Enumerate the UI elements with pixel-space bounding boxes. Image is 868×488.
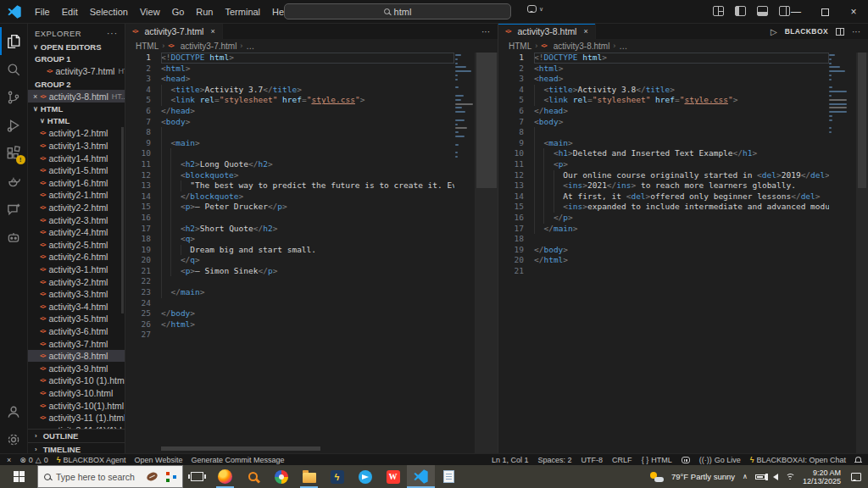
go-live-button[interactable]: ((·)) Go Live — [699, 456, 741, 464]
menu-selection[interactable]: Selection — [84, 4, 134, 19]
open-editor-item[interactable]: <> activity3-7.html HT... — [28, 65, 125, 78]
code-line[interactable]: 19</body> — [498, 245, 829, 256]
explorer-icon[interactable] — [0, 27, 28, 55]
code-line[interactable]: 25</body> — [125, 308, 454, 319]
editor-more-actions[interactable]: ··· — [852, 27, 860, 36]
sidebar-more-actions[interactable]: ··· — [107, 29, 118, 38]
timeline-section[interactable]: › TIMELINE — [28, 442, 125, 453]
file-item[interactable]: <>activity1-4.html — [28, 152, 125, 164]
settings-gear-icon[interactable] — [0, 425, 28, 453]
copilot-icon[interactable] — [682, 457, 690, 463]
indentation[interactable]: Spaces: 2 — [538, 456, 572, 464]
scrollbar-slider[interactable] — [858, 53, 866, 188]
code-line[interactable]: 4 <title>Activity 3.8</title> — [498, 85, 829, 96]
minimap[interactable] — [455, 54, 475, 164]
code-line[interactable]: 12 Our online course originally started … — [498, 170, 829, 181]
file-item[interactable]: <>activity2-2.html — [28, 202, 125, 214]
code-line[interactable]: 10 — [125, 148, 454, 159]
vertical-scrollbar[interactable] — [856, 53, 868, 453]
code-line[interactable]: 1<!DOCTYPE html> — [125, 53, 454, 64]
code-line[interactable]: 20 </q> — [125, 255, 454, 266]
vertical-scrollbar[interactable] — [475, 53, 498, 453]
taskbar-app-wps[interactable]: W — [379, 465, 407, 488]
customize-layout-icon[interactable] — [713, 6, 724, 16]
folder-sub-html[interactable]: ∨ HTML — [28, 115, 125, 128]
code-line[interactable]: 16 </p> — [498, 213, 829, 224]
remote-indicator[interactable]: × — [7, 456, 11, 464]
file-item[interactable]: <>activity3-3.html — [28, 288, 125, 301]
search-icon[interactable] — [0, 55, 28, 83]
code-line[interactable]: 1<!DOCTYPE html> — [498, 53, 829, 64]
file-item[interactable]: <>activity2-5.html — [28, 239, 125, 252]
code-line[interactable]: 13 <ins>2021</ins> to reach more learner… — [498, 180, 829, 191]
run-button[interactable]: ▷ — [771, 27, 777, 36]
file-item[interactable]: <>activity3-7.html — [28, 337, 125, 350]
close-icon[interactable]: × — [210, 27, 214, 36]
close-icon[interactable]: × — [33, 92, 37, 101]
sidebar-scrollbar[interactable] — [121, 127, 124, 313]
file-item[interactable]: <>activity1-6.html — [28, 177, 125, 190]
code-line[interactable]: 7<body> — [125, 117, 454, 128]
start-button[interactable] — [0, 465, 37, 488]
task-view-button[interactable] — [183, 465, 211, 488]
taskbar-app-notepad[interactable] — [435, 465, 463, 488]
file-item[interactable]: <>activity3-10 (1).html — [28, 374, 125, 387]
problems-indicator[interactable]: ⊗0 △0 — [19, 456, 48, 464]
menu-terminal[interactable]: Terminal — [220, 4, 267, 19]
code-line[interactable]: 7<body> — [498, 117, 829, 128]
code-line[interactable]: 5 <link rel="stylesheet" href="style.css… — [125, 95, 454, 106]
file-item[interactable]: <>activity2-3.html — [28, 214, 125, 226]
taskbar-app-flow[interactable]: ϟ — [323, 465, 351, 488]
code-line[interactable]: 18 <q> — [125, 234, 454, 245]
blackbox-lamp-icon[interactable] — [0, 167, 28, 195]
menu-view[interactable]: View — [134, 4, 166, 19]
eol-sequence[interactable]: CRLF — [612, 456, 632, 464]
file-item[interactable]: <>activity3-4.html — [28, 300, 125, 313]
code-line[interactable]: 23 </main> — [125, 287, 454, 298]
clock[interactable]: 9:20 AM 12/13/2025 — [803, 469, 841, 485]
chat-sparkle-icon[interactable] — [0, 195, 28, 223]
taskbar-app-paint[interactable] — [267, 465, 295, 488]
scrollbar-slider[interactable] — [476, 53, 497, 188]
code-line[interactable]: 11 <h2>Long Quote</h2> — [125, 159, 454, 170]
blackbox-agent-button[interactable]: ϟ BLACKBOX Agent — [57, 456, 126, 464]
blackbox-chat-button[interactable]: ϟ BLACKBOXAI: Open Chat — [750, 456, 846, 464]
code-line[interactable]: 3<head> — [498, 74, 829, 85]
copilot-chat-button[interactable]: ∨ — [527, 5, 543, 13]
code-line[interactable]: 12 <blockquote> — [125, 170, 454, 181]
minimize-button[interactable]: — — [782, 0, 810, 24]
code-line[interactable]: 20</html> — [498, 255, 829, 266]
taskbar-app-telegram[interactable] — [351, 465, 379, 488]
code-line[interactable]: 13 "The best way to predict the future i… — [125, 180, 454, 191]
blackbox-button[interactable]: BLACKBOX — [785, 27, 828, 36]
wifi-icon[interactable] — [786, 474, 795, 480]
file-item[interactable]: <>activity2-4.html — [28, 226, 125, 239]
file-item[interactable]: <>activity3-10.html — [28, 387, 125, 400]
code-line[interactable]: 26</html> — [125, 319, 454, 330]
code-line[interactable]: 15 <p>— Peter Drucker</p> — [125, 202, 454, 213]
file-item[interactable]: <>activity3-5.html — [28, 313, 125, 325]
battery-icon[interactable] — [755, 474, 765, 480]
code-line[interactable]: 6</head> — [498, 106, 829, 117]
code-line[interactable]: 18 — [498, 234, 829, 245]
code-line[interactable]: 24 — [125, 298, 454, 309]
file-item[interactable]: <>activity2-6.html — [28, 251, 125, 263]
notification-center-icon[interactable] — [851, 473, 861, 481]
account-icon[interactable] — [0, 397, 28, 425]
file-item[interactable]: <>activity3-1.html — [28, 263, 125, 276]
file-item[interactable]: <>activity1-2.html — [28, 127, 125, 140]
code-area[interactable]: 1<!DOCTYPE html>2<html>3<head>4 <title>A… — [125, 53, 454, 453]
source-control-icon[interactable] — [0, 83, 28, 111]
toggle-panel-icon[interactable] — [757, 6, 768, 16]
code-line[interactable]: 8 — [125, 127, 454, 138]
taskbar-search-input[interactable]: Type here to search — [37, 465, 183, 488]
tab-activity3-7[interactable]: <> activity3-7.html × — [125, 24, 223, 39]
taskbar-app-file-explorer[interactable] — [295, 465, 323, 488]
code-line[interactable]: 17 <h2>Short Quote</h2> — [125, 224, 454, 235]
open-website-button[interactable]: Open Website — [135, 456, 183, 464]
code-line[interactable]: 21 — [498, 266, 829, 277]
outline-section[interactable]: › OUTLINE — [28, 429, 125, 442]
code-line[interactable]: 9 <main> — [125, 138, 454, 149]
file-item[interactable]: <>activity2-1.html — [28, 189, 125, 202]
horizontal-scrollbar[interactable] — [161, 446, 320, 451]
